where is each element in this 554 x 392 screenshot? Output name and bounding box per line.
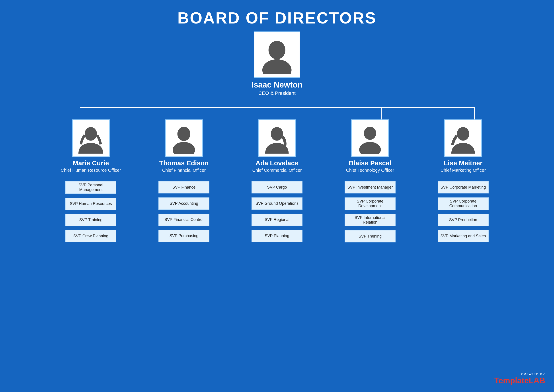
svp-box: SVP Corporate Development xyxy=(344,197,396,210)
svp-connector xyxy=(184,177,184,181)
blaise-pascal-title: Chief Technology Officer xyxy=(346,168,394,173)
svp-connector xyxy=(91,194,91,198)
svp-box: SVP Cargo xyxy=(252,181,302,193)
svp-box: SVP Ground Operations xyxy=(252,197,302,210)
drop-3 xyxy=(277,107,277,119)
thomas-edison-card: Thomas Edison Chief Financial Officer xyxy=(159,119,209,173)
svp-connector xyxy=(370,193,370,197)
ada-lovelace-card: Ada Lovelace Chief Commercial Officer xyxy=(252,119,302,173)
svg-point-5 xyxy=(271,127,283,141)
svp-box: SVP Purchasing xyxy=(158,230,210,242)
l2-col-5: Lise Meitner Chief Marketing Officer SVP… xyxy=(417,119,510,242)
thomas-edison-avatar-svg xyxy=(168,123,199,154)
svp-connector xyxy=(463,193,463,197)
lise-meitner-name: Lise Meitner xyxy=(444,159,482,167)
lise-meitner-avatar-svg xyxy=(448,123,478,154)
svp-connector xyxy=(91,210,91,214)
svp-connector xyxy=(277,193,277,197)
thomas-edison-svp-chain: SVP Finance SVP Accounting SVP Financial… xyxy=(158,177,210,242)
svp-box: SVP Planning xyxy=(252,230,302,242)
thomas-edison-title: Chief Financial Officer xyxy=(162,168,206,173)
ada-lovelace-svp-chain: SVP Cargo SVP Ground Operations SVP Regi… xyxy=(252,177,302,242)
svp-connector xyxy=(463,210,463,214)
watermark: CREATED BY TemplateLAB xyxy=(494,372,545,385)
svp-box: SVP Production xyxy=(438,214,489,226)
svg-point-0 xyxy=(269,41,285,59)
svg-point-1 xyxy=(262,59,292,74)
l2-row: Marie Curie Chief Human Resource Officer… xyxy=(33,119,521,242)
svp-connector xyxy=(91,226,91,230)
watermark-brand-template: Template xyxy=(494,376,529,385)
svg-point-4 xyxy=(173,142,195,154)
svg-point-8 xyxy=(457,127,469,141)
ceo-card: Isaac Newton CEO & President xyxy=(252,31,302,96)
thomas-edison-avatar xyxy=(165,119,203,157)
watermark-brand: TemplateLAB xyxy=(494,376,545,385)
lise-meitner-avatar xyxy=(444,119,482,157)
l2-col-2: Thomas Edison Chief Financial Officer SV… xyxy=(137,119,231,242)
drop-5 xyxy=(474,107,475,119)
ceo-avatar xyxy=(254,31,300,78)
ceo-v-line xyxy=(277,96,277,107)
drop-4 xyxy=(381,107,382,119)
svp-connector xyxy=(91,177,91,181)
svp-connector xyxy=(370,177,370,181)
svp-connector xyxy=(463,177,463,181)
svp-connector xyxy=(277,210,277,214)
blaise-pascal-avatar-svg xyxy=(355,123,385,154)
ada-lovelace-title: Chief Commercial Officer xyxy=(252,168,302,173)
svp-connector xyxy=(463,226,463,230)
h-connector-area xyxy=(33,107,521,119)
drop-2 xyxy=(173,107,173,119)
svp-box: SVP Marketing and Sales xyxy=(438,230,489,242)
svp-box: SVP Accounting xyxy=(158,197,210,210)
svp-box: SVP Training xyxy=(344,230,396,242)
org-chart: Isaac Newton CEO & President xyxy=(0,31,554,242)
svg-point-2 xyxy=(85,127,97,141)
blaise-pascal-svp-chain: SVP Investment Manager SVP Corporate Dev… xyxy=(344,177,396,242)
l2-col-1: Marie Curie Chief Human Resource Officer… xyxy=(44,119,137,242)
svp-connector xyxy=(184,193,184,197)
ceo-title: CEO & President xyxy=(258,91,296,96)
watermark-brand-lab: LAB xyxy=(529,376,545,385)
ada-lovelace-name: Ada Lovelace xyxy=(255,159,298,167)
svp-connector xyxy=(370,210,370,214)
marie-curie-svp-chain: SVP Personal Management SVP Human Resour… xyxy=(65,177,116,242)
svp-box: SVP International Relation xyxy=(344,214,396,226)
ada-lovelace-avatar-svg xyxy=(261,123,292,154)
marie-curie-name: Marie Curie xyxy=(73,159,109,167)
l2-col-3: Ada Lovelace Chief Commercial Officer SV… xyxy=(231,119,323,242)
lise-meitner-card: Lise Meitner Chief Marketing Officer xyxy=(441,119,486,173)
svp-box: SVP Corporate Marketing xyxy=(438,181,489,193)
svp-connector xyxy=(184,226,184,230)
lise-meitner-title: Chief Marketing Officer xyxy=(441,168,486,173)
marie-curie-card: Marie Curie Chief Human Resource Officer xyxy=(61,119,121,173)
blaise-pascal-card: Blaise Pascal Chief Technology Officer xyxy=(346,119,394,173)
svg-point-6 xyxy=(364,127,376,140)
ceo-node: Isaac Newton CEO & President xyxy=(252,31,302,96)
blaise-pascal-avatar xyxy=(351,119,389,157)
marie-curie-title: Chief Human Resource Officer xyxy=(61,168,121,173)
svp-box: SVP Crew Planning xyxy=(65,230,116,242)
svp-box: SVP Finance xyxy=(158,181,210,193)
svp-connector xyxy=(277,177,277,181)
svg-point-3 xyxy=(177,127,190,141)
svp-box: SVP Personal Management xyxy=(65,181,116,194)
ada-lovelace-avatar xyxy=(258,119,296,157)
svp-box: SVP Financial Control xyxy=(158,214,210,226)
watermark-created-by: CREATED BY xyxy=(521,372,545,376)
svp-connector xyxy=(184,210,184,214)
svp-box: SVP Regional xyxy=(252,214,302,226)
svp-connector xyxy=(370,226,370,230)
svp-connector xyxy=(277,226,277,230)
svp-box: SVP Human Resources xyxy=(65,198,116,210)
thomas-edison-name: Thomas Edison xyxy=(159,159,209,167)
ceo-name: Isaac Newton xyxy=(252,80,302,90)
svg-point-7 xyxy=(359,142,381,154)
l2-col-4: Blaise Pascal Chief Technology Officer S… xyxy=(323,119,417,242)
svp-box: SVP Corporate Communication xyxy=(438,197,489,210)
ceo-avatar-svg xyxy=(258,35,296,74)
page-title: BOARD OF DIRECTORS xyxy=(0,0,554,31)
drop-1 xyxy=(80,107,80,119)
lise-meitner-svp-chain: SVP Corporate Marketing SVP Corporate Co… xyxy=(438,177,489,242)
